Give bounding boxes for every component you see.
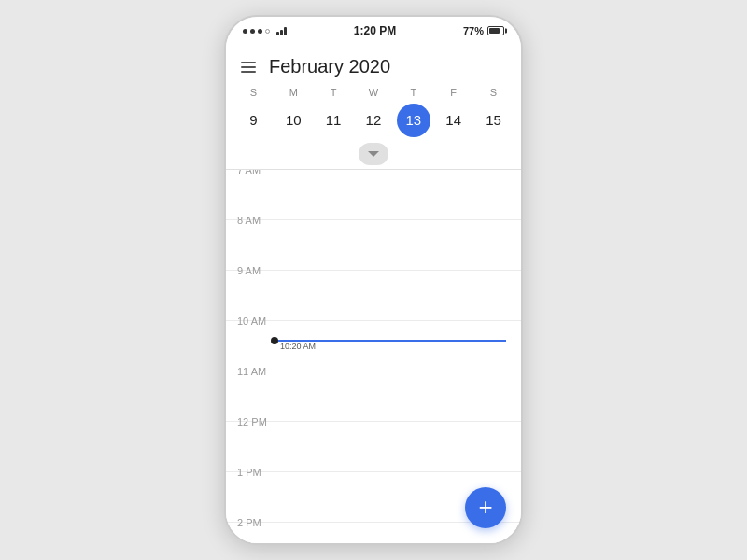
add-event-fab[interactable]: + xyxy=(465,487,506,528)
day-14[interactable]: 14 xyxy=(437,104,471,137)
expand-button[interactable] xyxy=(359,143,388,165)
month-title: February 2020 xyxy=(269,56,390,77)
add-icon: + xyxy=(478,495,492,519)
hamburger-line3 xyxy=(241,71,256,73)
week-label-6: S xyxy=(476,87,510,98)
week-label-4: T xyxy=(397,87,430,98)
chevron-down-icon xyxy=(368,151,379,157)
day-13-selected[interactable]: 13 xyxy=(397,104,430,137)
time-slot-7am: 7 AM xyxy=(226,170,521,220)
phone-frame: 1:20 PM 77% February 2020 S M T W T F xyxy=(224,15,523,545)
status-right: 77% xyxy=(463,25,504,36)
hamburger-line2 xyxy=(241,66,256,68)
time-label-1pm: 1 PM xyxy=(237,467,275,478)
week-labels: S M T W T F S xyxy=(226,85,521,102)
time-slot-11am: 11 AM xyxy=(226,371,521,422)
time-label-9am: 9 AM xyxy=(237,265,275,276)
day-10[interactable]: 10 xyxy=(276,104,310,137)
dot3 xyxy=(258,29,262,34)
time-label-10am: 10 AM xyxy=(237,315,275,327)
status-bar: 1:20 PM 77% xyxy=(226,17,521,43)
day-12[interactable]: 12 xyxy=(357,104,390,137)
current-time-label: 10:20 AM xyxy=(280,342,316,351)
expand-row xyxy=(226,141,521,169)
day-numbers: 9 10 11 12 13 14 15 xyxy=(226,102,521,141)
dot2 xyxy=(250,29,255,34)
week-label-3: W xyxy=(357,87,390,98)
app-content: February 2020 S M T W T F S 9 10 11 12 1… xyxy=(226,43,521,543)
time-label-2pm: 2 PM xyxy=(237,517,275,528)
time-label-12pm: 12 PM xyxy=(237,416,275,427)
wifi-icon xyxy=(276,26,287,35)
battery-icon xyxy=(487,26,504,35)
week-label-1: M xyxy=(276,87,310,98)
status-left xyxy=(243,26,287,35)
hamburger-line1 xyxy=(241,62,256,63)
dot1 xyxy=(243,29,247,34)
time-grid[interactable]: 7 AM 8 AM 9 AM 10 AM xyxy=(226,170,521,543)
battery-pct: 77% xyxy=(463,25,484,36)
dot4 xyxy=(265,29,270,34)
time-slot-12pm: 12 PM xyxy=(226,422,521,472)
week-label-2: T xyxy=(317,87,350,98)
battery-fill xyxy=(489,28,500,34)
time-label-11am: 11 AM xyxy=(237,366,275,377)
time-slot-8am: 8 AM xyxy=(226,220,521,271)
day-11[interactable]: 11 xyxy=(317,104,350,137)
time-label-8am: 8 AM xyxy=(237,215,275,226)
day-15[interactable]: 15 xyxy=(476,104,510,137)
menu-button[interactable] xyxy=(241,62,256,73)
signal-dots xyxy=(243,29,270,34)
current-time-dot xyxy=(271,337,278,344)
time-label-7am: 7 AM xyxy=(237,170,275,175)
time-slot-9am: 9 AM xyxy=(226,271,521,321)
current-time-bar: 10:20 AM xyxy=(275,340,506,342)
time-grid-wrapper: 7 AM 8 AM 9 AM 10 AM xyxy=(226,170,521,543)
day-9[interactable]: 9 xyxy=(236,104,270,137)
week-label-5: F xyxy=(437,87,471,98)
calendar-header: February 2020 xyxy=(226,43,521,85)
time-slot-10am: 10 AM 10:20 AM xyxy=(226,321,521,371)
status-time: 1:20 PM xyxy=(354,24,396,37)
week-label-0: S xyxy=(236,87,270,98)
